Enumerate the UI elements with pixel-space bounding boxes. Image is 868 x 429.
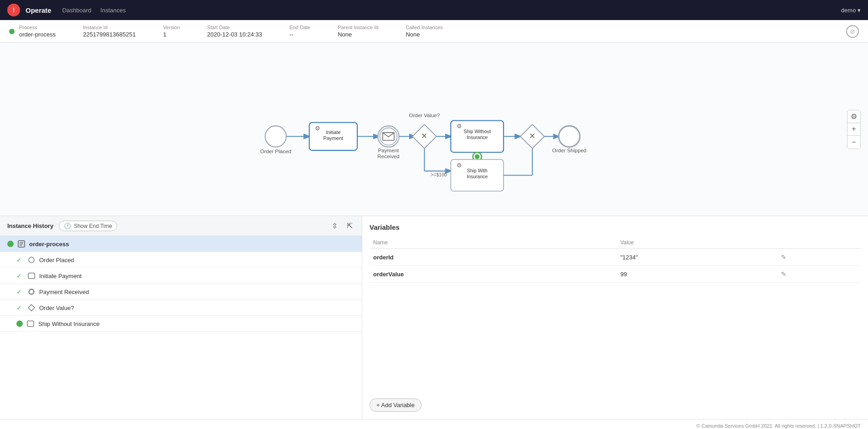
show-end-time-button[interactable]: 🕐 Show End Time (59, 221, 117, 231)
user-menu[interactable]: demo ▾ (841, 7, 861, 14)
list-item[interactable]: Ship Without Insurance (0, 316, 362, 332)
history-list: order-process ✓ Order Placed ✓ Initiate … (0, 236, 362, 419)
nav-dashboard[interactable]: Dashboard (62, 7, 92, 14)
end-date-field: End Date -- (289, 25, 310, 38)
history-item-name: Initiate Payment (39, 273, 82, 279)
svg-marker-48 (28, 305, 35, 311)
end-date-value: -- (289, 31, 310, 38)
process-header: Process order-process Instance Id 225179… (0, 20, 868, 43)
parent-instance-value: None (338, 31, 378, 38)
svg-point-44 (29, 257, 34, 263)
gateway-icon (27, 304, 36, 312)
task-icon (27, 272, 36, 280)
svg-text:Payment: Payment (324, 135, 344, 141)
zoom-settings-button[interactable]: ⚙ (847, 110, 860, 123)
variables-table: Name Value orderId "1234" ✎ orderValue 9… (370, 237, 861, 283)
list-item[interactable]: order-process (0, 236, 362, 252)
svg-text:⚙: ⚙ (457, 123, 462, 129)
svg-text:Order Placed: Order Placed (260, 149, 291, 154)
version-field: Version 1 (163, 25, 180, 38)
collapse-panel-button[interactable]: ⇳ (330, 221, 339, 231)
edit-variable-button[interactable]: ✎ (781, 270, 786, 278)
history-item-name: Ship Without Insurance (38, 320, 99, 327)
bpmn-diagram: Order Placed ⚙ Initiate Payment Payment … (0, 43, 868, 216)
parent-instance-field: Parent Instance Id None (338, 25, 378, 38)
footer: © Camunda Services GmbH 2021. All rights… (0, 419, 868, 429)
process-status-indicator (9, 29, 15, 34)
message-event-icon (27, 288, 36, 296)
called-instances-field: Called Instances None (406, 25, 442, 38)
var-name-header: Name (370, 237, 616, 249)
svg-text:Ship Without: Ship Without (463, 129, 491, 134)
process-field: Process order-process (19, 25, 56, 38)
instance-history-panel: Instance History 🕐 Show End Time ⇳ ⇱ ord… (0, 216, 362, 419)
svg-point-38 (559, 126, 580, 147)
nav-instances[interactable]: Instances (100, 7, 126, 14)
svg-rect-0 (74, 43, 794, 216)
svg-text:⚙: ⚙ (457, 162, 462, 169)
start-date-field: Start Date 2020-12-03 10:24:33 (207, 25, 262, 38)
process-icon (17, 240, 26, 248)
cancel-instance-button[interactable]: ⊘ (846, 25, 859, 38)
add-variable-button[interactable]: + Add Variable (370, 398, 421, 412)
zoom-controls: ⚙ + − (847, 110, 861, 149)
history-header: Instance History 🕐 Show End Time ⇳ ⇱ (0, 216, 362, 236)
svg-rect-49 (27, 321, 34, 326)
end-date-label: End Date (289, 25, 310, 30)
var-value-cell: 99 (616, 266, 777, 283)
process-name: order-process (19, 31, 56, 38)
check-icon: ✓ (16, 272, 22, 279)
svg-text:✕: ✕ (529, 132, 535, 140)
edit-variable-button[interactable]: ✎ (781, 253, 786, 261)
version-value: 1 (163, 31, 180, 38)
expand-panel-button[interactable]: ⇱ (345, 221, 354, 231)
process-label: Process (19, 25, 56, 30)
task-icon (26, 320, 35, 328)
check-icon: ✓ (16, 304, 22, 311)
svg-point-24 (475, 154, 480, 159)
variables-panel: Variables Name Value orderId "1234" ✎ or… (362, 216, 868, 419)
called-instances-value: None (406, 31, 442, 38)
list-item[interactable]: ✓ Initiate Payment (0, 268, 362, 284)
list-item[interactable]: ✓ Payment Received (0, 284, 362, 300)
app-name: Operate (26, 6, 51, 14)
variables-title: Variables (370, 223, 861, 231)
svg-text:Initiate: Initiate (326, 129, 341, 135)
var-name-cell: orderId (370, 249, 616, 266)
clock-icon: 🕐 (64, 222, 71, 229)
zoom-in-button[interactable]: + (847, 123, 860, 136)
history-item-name: order-process (29, 241, 69, 248)
var-name-cell: orderValue (370, 266, 616, 283)
var-value-cell: "1234" (616, 249, 777, 266)
history-item-name: Order Placed (39, 257, 74, 264)
svg-rect-45 (28, 273, 35, 279)
instance-id-label: Instance Id (83, 25, 136, 30)
parent-instance-label: Parent Instance Id (338, 25, 378, 30)
instance-history-title: Instance History (7, 222, 53, 229)
status-indicator (16, 320, 23, 327)
bottom-panel: Instance History 🕐 Show End Time ⇳ ⇱ ord… (0, 216, 868, 419)
top-nav: ! Operate Dashboard Instances demo ▾ (0, 0, 868, 20)
event-icon (27, 256, 36, 264)
version-label: Version (163, 25, 180, 30)
svg-text:Received: Received (377, 154, 399, 159)
svg-text:Order Value?: Order Value? (409, 113, 440, 118)
svg-text:Ship With: Ship With (467, 168, 488, 173)
list-item[interactable]: ✓ Order Placed (0, 252, 362, 268)
zoom-out-button[interactable]: − (847, 136, 860, 149)
history-item-name: Order Value? (39, 305, 74, 311)
svg-text:Insurance: Insurance (467, 134, 488, 140)
instance-id-value: 2251799813685251 (83, 31, 136, 38)
check-icon: ✓ (16, 288, 22, 295)
svg-text:>=$100: >=$100 (431, 172, 447, 177)
show-end-time-label: Show End Time (74, 223, 112, 229)
app-logo: ! (7, 4, 20, 16)
called-instances-label: Called Instances (406, 25, 442, 30)
footer-text: © Camunda Services GmbH 2021. All rights… (696, 423, 861, 429)
var-value-header: Value (616, 237, 777, 249)
svg-text:✕: ✕ (421, 132, 427, 140)
history-item-name: Payment Received (39, 289, 89, 295)
svg-text:Order Shipped: Order Shipped (552, 148, 586, 153)
start-date-label: Start Date (207, 25, 262, 30)
list-item[interactable]: ✓ Order Value? (0, 300, 362, 316)
